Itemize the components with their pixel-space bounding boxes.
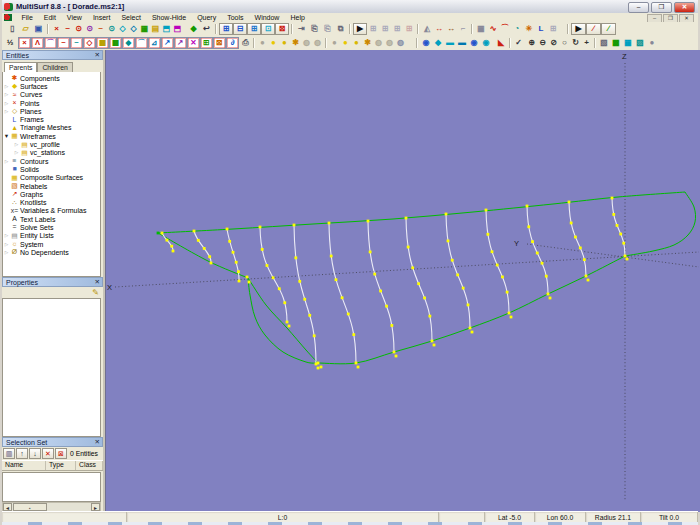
expand-icon[interactable]: ▷	[3, 84, 10, 89]
menu-tools[interactable]: Tools	[222, 14, 249, 21]
scroll-thumb[interactable]: ▪	[13, 503, 47, 511]
dist-tool-icon[interactable]: ↔	[433, 23, 445, 35]
view-cone-icon[interactable]: ◣	[495, 37, 507, 49]
control-point[interactable]	[487, 233, 490, 236]
control-point[interactable]	[172, 250, 175, 253]
control-point[interactable]	[352, 333, 355, 336]
composite-tool-icon[interactable]: ⬒	[172, 23, 183, 35]
pen-red-icon[interactable]: ∕	[586, 23, 601, 35]
control-point[interactable]	[545, 275, 548, 278]
close-button[interactable]: ✕	[674, 2, 695, 13]
control-point[interactable]	[313, 334, 316, 337]
control-point[interactable]	[294, 256, 297, 259]
menu-insert[interactable]: Insert	[87, 14, 116, 21]
control-point[interactable]	[357, 366, 360, 369]
properties-help-icon[interactable]: ✎	[92, 288, 99, 297]
angle-tool-icon[interactable]: ↔	[445, 23, 457, 35]
bulb-show-2-icon[interactable]: ●	[340, 37, 351, 49]
control-point[interactable]	[547, 293, 550, 296]
expand-icon[interactable]: ▷	[3, 101, 10, 106]
selection-set-header[interactable]: Selection Set ✕	[2, 437, 103, 447]
ent-point-icon[interactable]: ×	[18, 37, 31, 49]
tree-item-solve-sets[interactable]: =Solve Sets	[3, 223, 100, 231]
control-point[interactable]	[237, 270, 240, 273]
ent-mirror-icon[interactable]: ↗	[174, 37, 187, 49]
control-point[interactable]	[226, 228, 229, 231]
curvature-tool-icon[interactable]: ∿	[487, 23, 499, 35]
bulb-pair-5-icon[interactable]: ◍	[395, 37, 406, 49]
tree-item-composite-surfaces[interactable]: ▦Composite Surfaces	[3, 174, 100, 182]
control-point[interactable]	[471, 331, 474, 334]
ent-rev-icon[interactable]: ◆	[122, 37, 135, 49]
zoom-all-icon[interactable]: ○	[559, 37, 570, 49]
bulb-pair-3-icon[interactable]: ◍	[373, 37, 384, 49]
tree-item-graphs[interactable]: ↗Graphs	[3, 190, 100, 198]
control-point[interactable]	[506, 291, 509, 294]
control-point[interactable]	[501, 276, 504, 279]
pan-view-icon[interactable]: +	[581, 37, 592, 49]
porcupine-tool-icon[interactable]: ◔	[511, 23, 523, 35]
expand-icon[interactable]: ▼	[3, 133, 10, 139]
tree-item-vc-profile[interactable]: ▷▤vc_profile	[3, 140, 100, 148]
diamond-tool-icon[interactable]: ◆	[187, 23, 200, 35]
mesh-tool-icon[interactable]: ▦	[139, 23, 150, 35]
control-point[interactable]	[485, 209, 488, 212]
control-point[interactable]	[272, 276, 275, 279]
control-point[interactable]	[379, 290, 382, 293]
move-up-button[interactable]: ↑	[16, 448, 28, 459]
frame-tool-icon[interactable]: L	[535, 23, 547, 35]
snap-tool-icon[interactable]: ⊙	[73, 23, 84, 35]
ent-foil-icon[interactable]: ◇	[83, 37, 96, 49]
tree-item-entity-lists[interactable]: ▷▤Entity Lists	[3, 232, 100, 240]
expand-icon[interactable]: ▷	[13, 142, 20, 147]
grid-5-icon[interactable]: ⊞	[547, 23, 559, 35]
control-point[interactable]	[496, 264, 499, 267]
show-all-2-icon[interactable]: ✱	[362, 37, 373, 49]
undo-tool-icon[interactable]: ↩	[200, 23, 213, 35]
copy-view-icon[interactable]: ⎘	[308, 23, 321, 35]
ent-rel-icon[interactable]: ✕	[187, 37, 200, 49]
expand-icon[interactable]: ▷	[3, 250, 10, 255]
entities-panel-header[interactable]: Entities ✕	[2, 50, 103, 60]
control-point[interactable]	[568, 201, 571, 204]
measure-tool-icon[interactable]: ◭	[421, 23, 433, 35]
ent-arc-icon[interactable]: ⌒	[44, 37, 57, 49]
control-point[interactable]	[235, 261, 238, 264]
control-point[interactable]	[288, 325, 291, 328]
tree-item-no-dependents[interactable]: ▷ØNo Dependents	[3, 248, 100, 256]
control-point[interactable]	[411, 266, 414, 269]
ent-mesh-icon[interactable]: ⊞	[200, 37, 213, 49]
ent-bcurve-icon[interactable]: ~	[57, 37, 70, 49]
control-point[interactable]	[238, 280, 241, 283]
burst-tool-icon[interactable]: ✳	[523, 23, 535, 35]
attach-1-icon[interactable]: ⇥	[295, 23, 308, 35]
control-point[interactable]	[278, 287, 281, 290]
control-point[interactable]	[626, 258, 629, 261]
control-point[interactable]	[286, 321, 289, 324]
list-mode-button[interactable]: ▥	[3, 448, 15, 459]
tree-item-surfaces[interactable]: ▷◆Surfaces	[3, 82, 100, 90]
view-top-icon[interactable]: ◆	[432, 37, 444, 49]
control-point[interactable]	[341, 296, 344, 299]
control-point[interactable]	[417, 282, 420, 285]
solid-tool-icon[interactable]: ⬒	[161, 23, 172, 35]
control-point[interactable]	[165, 239, 168, 242]
tree-item-relabels[interactable]: ▧Relabels	[3, 182, 100, 190]
control-point[interactable]	[491, 250, 494, 253]
control-point[interactable]	[462, 287, 465, 290]
ring-tool-icon[interactable]: ⊙	[106, 23, 117, 35]
expand-icon[interactable]: ▷	[3, 233, 10, 238]
ent-formula-icon[interactable]: ∂	[226, 37, 239, 49]
column-class[interactable]: Class	[76, 461, 103, 470]
control-point[interactable]	[447, 240, 450, 243]
ent-tri-icon[interactable]: ⊿	[148, 37, 161, 49]
tree-item-system[interactable]: ▷☼System	[3, 240, 100, 248]
select-cursor-icon[interactable]: ▶	[353, 23, 367, 35]
control-point[interactable]	[612, 213, 615, 216]
view-close-icon[interactable]: ⊠	[275, 23, 289, 35]
mode-points-icon[interactable]: ●	[646, 37, 658, 49]
control-point[interactable]	[390, 324, 393, 327]
control-point[interactable]	[405, 217, 408, 220]
control-point[interactable]	[549, 297, 552, 300]
mode-hidden-icon[interactable]: ▦	[622, 37, 634, 49]
